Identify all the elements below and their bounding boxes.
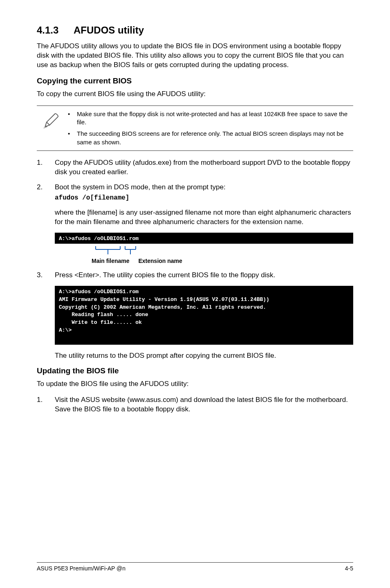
step-text: Visit the ASUS website (www.asus.com) an…	[55, 395, 353, 414]
update-lead: To update the BIOS file using the AFUDOS…	[37, 379, 353, 389]
terminal-output: A:\>afudos /oOLDBIOS1.rom	[55, 233, 353, 244]
extension-name-label: Extension name	[138, 258, 182, 264]
step-number: 2.	[37, 183, 55, 203]
update-heading: Updating the BIOS file	[37, 366, 353, 375]
intro-paragraph: The AFUDOS utility allows you to update …	[37, 42, 353, 70]
footer-left: ASUS P5E3 Premium/WiFi-AP @n	[37, 565, 126, 572]
note-text: The succeeding BIOS screens are for refe…	[77, 130, 353, 146]
note-item: • The succeeding BIOS screens are for re…	[65, 130, 353, 146]
where-paragraph: where the [filename] is any user-assigne…	[55, 208, 353, 227]
command-text: afudos /o[filename]	[55, 194, 353, 203]
step-text: Press <Enter>. The utility copies the cu…	[55, 271, 353, 280]
terminal-output: A:\>afudos /oOLDBIOS1.rom AMI Firmware U…	[55, 286, 353, 345]
filename-labels: Main filename Extension name	[55, 258, 353, 264]
note-block: • Make sure that the floppy disk is not …	[37, 105, 353, 151]
update-step-1: 1. Visit the ASUS website (www.asus.com)…	[37, 395, 353, 414]
after-paragraph: The utility returns to the DOS prompt af…	[55, 351, 353, 361]
bullet: •	[65, 130, 77, 146]
step-3: 3. Press <Enter>. The utility copies the…	[37, 271, 353, 280]
step-text: Boot the system in DOS mode, then at the…	[55, 183, 353, 203]
bullet: •	[65, 110, 77, 127]
page-footer: ASUS P5E3 Premium/WiFi-AP @n 4-5	[37, 562, 353, 572]
footer-page-number: 4-5	[345, 565, 353, 572]
section-number: 4.1.3	[37, 25, 74, 36]
note-items: • Make sure that the floppy disk is not …	[65, 110, 353, 146]
copy-heading: Copying the current BIOS	[37, 76, 353, 85]
step-text-line: Boot the system in DOS mode, then at the…	[55, 183, 226, 191]
step-number: 1.	[37, 158, 55, 177]
pencil-icon	[37, 110, 65, 146]
note-item: • Make sure that the floppy disk is not …	[65, 110, 353, 127]
step-text: Copy the AFUDOS utility (afudos.exe) fro…	[55, 158, 353, 177]
main-filename-label: Main filename	[92, 258, 130, 264]
copy-lead: To copy the current BIOS file using the …	[37, 90, 353, 99]
step-2: 2. Boot the system in DOS mode, then at …	[37, 183, 353, 203]
step-number: 1.	[37, 395, 55, 414]
section-heading: 4.1.3AFUDOS utility	[37, 25, 353, 36]
section-title-text: AFUDOS utility	[74, 25, 144, 36]
step-1: 1. Copy the AFUDOS utility (afudos.exe) …	[37, 158, 353, 177]
filename-diagram: Main filename Extension name	[55, 246, 353, 264]
filename-bracket-icon	[55, 246, 161, 257]
step-number: 3.	[37, 271, 55, 280]
note-text: Make sure that the floppy disk is not wr…	[77, 110, 353, 127]
